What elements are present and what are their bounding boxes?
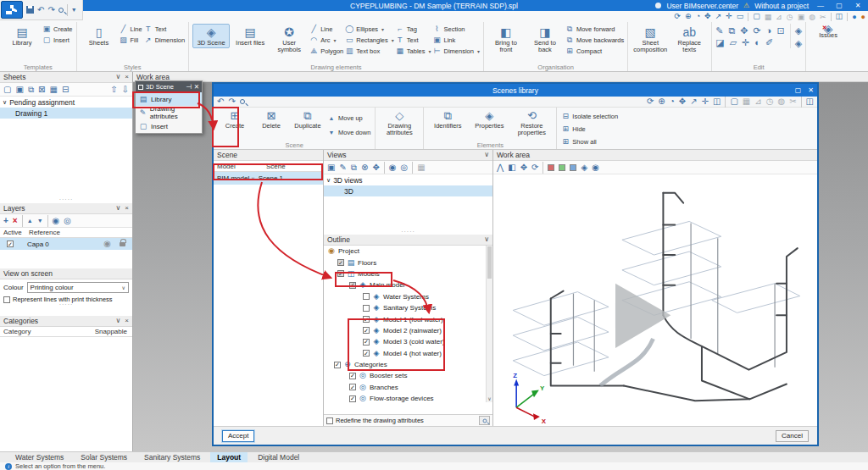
brush-icon[interactable]: ✐ [765,38,773,47]
dlg-zoom-window-icon[interactable]: ◔ [670,97,675,106]
dlg-previous-view-icon[interactable]: ↗ [690,97,697,106]
tree-item-categories[interactable]: ⊕Categories [324,359,492,370]
zoom-window-icon[interactable]: ◔ [696,13,700,20]
dlg-pan-icon[interactable]: ✥ [679,97,686,106]
model-dropdown-chevron[interactable]: ∨ [251,175,254,181]
tree-item-water-systems[interactable]: ◈Water Systems [324,291,492,302]
dlg-panel-layout-icon[interactable]: ◫ [806,97,814,106]
dlg-frame-icon[interactable]: ▢ [730,97,737,106]
text-button[interactable]: TText [396,35,431,46]
tree-item-model-1[interactable]: ◈Model 1 (foul water) [324,313,492,324]
frame-icon[interactable]: ▢ [753,13,760,20]
edit-view-icon[interactable]: ✎ [339,163,346,172]
dialog-undo-icon[interactable]: ↶ [217,97,224,106]
cube-view-icon[interactable]: ◧ [508,163,515,172]
add-view-icon[interactable]: ▣ [327,163,335,172]
close-menu-icon[interactable]: ✕ [194,83,199,91]
bring-to-front-button[interactable]: ◧Bring to front [487,24,525,55]
model-2-checkbox[interactable] [363,327,370,334]
move-down-button[interactable]: ▼Move down [327,127,370,138]
splitter-handle[interactable]: ····· [0,303,132,307]
layer-lock-icon[interactable] [120,242,125,246]
insert-files-button[interactable]: ▤Insert files [231,24,269,48]
hide-all-layers-icon[interactable]: ◎ [64,217,71,225]
cube-bottom-icon[interactable]: ◈ [795,39,802,48]
eraser-icon[interactable]: ◪ [715,38,724,47]
tables-button[interactable]: ▦Tables [396,46,431,57]
user-symbols-button[interactable]: ✪User symbols [270,24,308,55]
tree-item-branches[interactable]: ◎Branches [324,382,492,393]
booster-sets-checkbox[interactable] [349,373,356,379]
customize-toolbar-icon[interactable]: ▼ [71,7,77,13]
visibility-icon[interactable]: ◉ [592,163,599,172]
snap-icon[interactable]: ⊿ [776,13,782,21]
delete-scene-button[interactable]: ⊠Delete [254,109,288,130]
isolate-selection-button[interactable]: ⊟Isolate selection [561,111,618,122]
rectangles-button[interactable]: ▭Rectangles [345,35,394,46]
axes-icon[interactable]: ⋀ [497,163,504,172]
collapse-icon[interactable]: ∨ [115,318,120,324]
sheets-style-button[interactable]: ▯Sheets [81,24,118,48]
print-sheet-icon[interactable]: ⊟ [62,86,69,94]
orbit-icon[interactable]: ⟳ [675,13,682,20]
identifiers-button[interactable]: ⧉Identifiers [428,109,467,130]
line-button[interactable]: ╱Line [309,24,343,35]
insert-template-button[interactable]: ▢Insert [42,35,73,46]
close-panel-icon[interactable]: × [125,205,129,212]
move-backwards-button[interactable]: ⧉Move backwards [565,35,624,46]
fill-style-button[interactable]: ▨Fill [120,35,142,46]
branches-checkbox[interactable] [349,384,356,390]
scene-menu-titlebar[interactable]: 3D Scene ⊤ ✕ [136,81,202,92]
pending-assignment-group[interactable]: ∨Pending assignment [0,97,132,108]
dlg-center-icon[interactable]: ✛ [702,97,709,106]
views-group-3d[interactable]: ∨3D views [324,174,492,185]
tab-solar-systems[interactable]: Solar Systems [74,452,134,462]
hide-button[interactable]: ⊞Hide [561,124,618,135]
layer-row[interactable]: Capa 0 ◉ [0,238,132,250]
tree-item-flow-storage[interactable]: ◎Flow-storage devices [324,393,492,404]
add-layer-icon[interactable]: + [3,217,8,225]
dlg-comment-icon[interactable]: ◍ [777,97,785,106]
redo-icon[interactable]: ↷ [47,6,54,14]
dlg-ortho-icon[interactable]: ◷ [766,97,774,106]
model-3d-viewport[interactable]: Z Y X [493,174,817,426]
cut-icon[interactable]: ✂ [820,13,826,21]
dlg-orbit-icon[interactable]: ⟳ [647,97,654,106]
delete-sheet-icon[interactable]: ⊠ [38,86,45,94]
tree-item-model-4[interactable]: ◈Model 4 (hot water) [324,348,492,359]
redefine-settings-button[interactable] [479,416,490,425]
menu-item-drawing-attributes[interactable]: ✎Drawing attributes [136,106,202,119]
text-box-button[interactable]: ▥Text box [345,46,394,57]
user-label[interactable]: User BIMserver.center [666,2,738,10]
duplicate-view-icon[interactable]: ⧉ [351,163,357,172]
model-4-checkbox[interactable] [363,350,370,357]
views-grid-icon[interactable]: ▦ [417,163,425,172]
scene3d-button[interactable]: ◈3D Scene [192,24,230,48]
scene-row[interactable]: BIM model ∨ Scene 1 [214,172,323,185]
move-up-button[interactable]: ▲Move up [327,113,370,124]
outline-scrollbar[interactable]: ∨ [486,246,492,402]
redefine-checkbox[interactable] [326,417,333,424]
issues-button[interactable]: ◈Issues [810,24,847,41]
dialog-close-icon[interactable]: ✕ [808,86,814,94]
cube-top-icon[interactable]: ◈ [795,26,802,36]
sanitary-systems-checkbox[interactable] [363,305,370,312]
categories-checkbox[interactable] [334,362,341,368]
zoom-extents-icon[interactable]: ⊕ [685,13,692,20]
minimize-button[interactable]: — [814,2,827,9]
create-template-button[interactable]: ▣Create [42,24,73,35]
cancel-button[interactable]: Cancel [776,430,809,442]
move-down-sheet-icon[interactable]: ⇩ [122,86,129,94]
flow-storage-checkbox[interactable] [349,395,356,402]
app-icon[interactable] [1,1,23,19]
library-button[interactable]: ▤Library [3,24,41,48]
model-cube-icon[interactable]: ◈ [581,163,587,172]
dimension-button[interactable]: ⊢Dimension [433,46,480,57]
polygon-button[interactable]: ⟁Polygon [309,46,343,57]
rotate-icon[interactable]: ⟳ [754,26,761,36]
show-all-layers-icon[interactable]: ◉ [53,217,60,225]
tab-water-systems[interactable]: Water Systems [8,452,70,462]
copy-icon[interactable]: ⧉ [728,26,735,36]
add-sheet-icon[interactable]: ▣ [15,86,23,94]
green-plane-icon[interactable] [559,164,565,171]
